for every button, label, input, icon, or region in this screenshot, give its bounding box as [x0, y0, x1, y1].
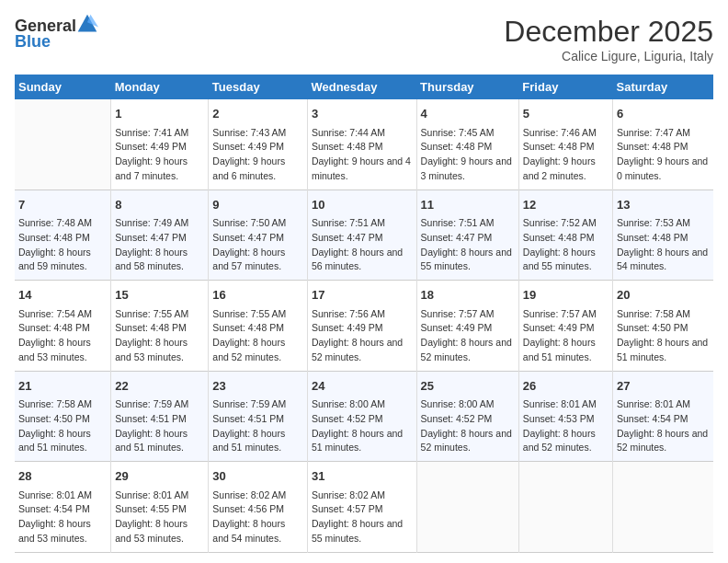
calendar-cell — [518, 462, 612, 553]
month-title: December 2025 — [504, 15, 713, 49]
cell-info: Sunrise: 8:01 AMSunset: 4:54 PMDaylight:… — [18, 488, 107, 546]
calendar-cell: 20 Sunrise: 7:58 AMSunset: 4:50 PMDaylig… — [612, 281, 713, 372]
cell-info: Sunrise: 7:41 AMSunset: 4:49 PMDaylight:… — [115, 126, 204, 184]
week-row-2: 7 Sunrise: 7:48 AMSunset: 4:48 PMDayligh… — [15, 190, 713, 281]
calendar-cell — [15, 99, 111, 190]
calendar-cell: 28 Sunrise: 8:01 AMSunset: 4:54 PMDaylig… — [15, 462, 111, 553]
cell-info: Sunrise: 7:51 AMSunset: 4:47 PMDaylight:… — [312, 216, 413, 274]
day-number: 28 — [18, 467, 107, 486]
day-number: 18 — [421, 286, 515, 304]
calendar-cell: 25 Sunrise: 8:00 AMSunset: 4:52 PMDaylig… — [416, 371, 518, 462]
day-number: 24 — [312, 377, 413, 396]
subtitle: Calice Ligure, Liguria, Italy — [504, 49, 713, 63]
cell-info: Sunrise: 7:47 AMSunset: 4:48 PMDaylight:… — [617, 126, 710, 184]
day-number: 27 — [617, 377, 710, 396]
week-row-3: 14 Sunrise: 7:54 AMSunset: 4:48 PMDaylig… — [15, 281, 713, 372]
calendar-table: SundayMondayTuesdayWednesdayThursdayFrid… — [15, 75, 713, 553]
day-number: 12 — [523, 196, 609, 214]
day-number: 7 — [18, 196, 107, 214]
cell-info: Sunrise: 7:50 AMSunset: 4:47 PMDaylight:… — [212, 216, 303, 274]
calendar-cell: 12 Sunrise: 7:52 AMSunset: 4:48 PMDaylig… — [518, 190, 612, 281]
calendar-cell: 5 Sunrise: 7:46 AMSunset: 4:48 PMDayligh… — [518, 99, 612, 190]
cell-info: Sunrise: 7:59 AMSunset: 4:51 PMDaylight:… — [115, 397, 204, 455]
col-header-thursday: Thursday — [416, 75, 518, 99]
week-row-1: 1 Sunrise: 7:41 AMSunset: 4:49 PMDayligh… — [15, 99, 713, 190]
cell-info: Sunrise: 7:53 AMSunset: 4:48 PMDaylight:… — [617, 216, 710, 274]
cell-info: Sunrise: 7:46 AMSunset: 4:48 PMDaylight:… — [523, 126, 609, 184]
calendar-cell — [612, 462, 713, 553]
calendar-cell: 15 Sunrise: 7:55 AMSunset: 4:48 PMDaylig… — [111, 281, 209, 372]
cell-info: Sunrise: 8:01 AMSunset: 4:53 PMDaylight:… — [523, 397, 609, 455]
logo: General Blue — [15, 15, 98, 50]
day-number: 13 — [617, 196, 710, 214]
cell-info: Sunrise: 7:58 AMSunset: 4:50 PMDaylight:… — [617, 307, 710, 365]
cell-info: Sunrise: 8:00 AMSunset: 4:52 PMDaylight:… — [312, 397, 413, 455]
day-number: 11 — [421, 196, 515, 214]
cell-info: Sunrise: 7:59 AMSunset: 4:51 PMDaylight:… — [212, 397, 303, 455]
day-number: 6 — [617, 105, 710, 123]
cell-info: Sunrise: 7:49 AMSunset: 4:47 PMDaylight:… — [115, 216, 204, 274]
day-number: 8 — [115, 196, 204, 214]
cell-info: Sunrise: 7:55 AMSunset: 4:48 PMDaylight:… — [115, 307, 204, 365]
calendar-cell: 16 Sunrise: 7:55 AMSunset: 4:48 PMDaylig… — [209, 281, 308, 372]
day-number: 30 — [212, 467, 303, 486]
day-number: 26 — [523, 377, 609, 396]
calendar-cell: 1 Sunrise: 7:41 AMSunset: 4:49 PMDayligh… — [111, 99, 209, 190]
calendar-cell: 8 Sunrise: 7:49 AMSunset: 4:47 PMDayligh… — [111, 190, 209, 281]
logo-icon — [76, 13, 98, 35]
day-number: 17 — [312, 286, 413, 304]
col-header-saturday: Saturday — [612, 75, 713, 99]
cell-info: Sunrise: 7:43 AMSunset: 4:49 PMDaylight:… — [212, 126, 303, 184]
day-number: 9 — [212, 196, 303, 214]
title-area: December 2025 Calice Ligure, Liguria, It… — [504, 15, 713, 63]
cell-info: Sunrise: 8:02 AMSunset: 4:57 PMDaylight:… — [312, 488, 413, 546]
day-number: 1 — [115, 105, 204, 123]
calendar-cell: 27 Sunrise: 8:01 AMSunset: 4:54 PMDaylig… — [612, 371, 713, 462]
calendar-cell: 3 Sunrise: 7:44 AMSunset: 4:48 PMDayligh… — [307, 99, 416, 190]
day-number: 4 — [421, 105, 515, 123]
col-header-wednesday: Wednesday — [307, 75, 416, 99]
calendar-cell — [416, 462, 518, 553]
calendar-cell: 30 Sunrise: 8:02 AMSunset: 4:56 PMDaylig… — [209, 462, 308, 553]
calendar-cell: 18 Sunrise: 7:57 AMSunset: 4:49 PMDaylig… — [416, 281, 518, 372]
cell-info: Sunrise: 8:01 AMSunset: 4:54 PMDaylight:… — [617, 397, 710, 455]
cell-info: Sunrise: 7:52 AMSunset: 4:48 PMDaylight:… — [523, 216, 609, 274]
day-number: 10 — [312, 196, 413, 214]
calendar-cell: 23 Sunrise: 7:59 AMSunset: 4:51 PMDaylig… — [209, 371, 308, 462]
col-header-monday: Monday — [111, 75, 209, 99]
cell-info: Sunrise: 7:51 AMSunset: 4:47 PMDaylight:… — [421, 216, 515, 274]
calendar-cell: 6 Sunrise: 7:47 AMSunset: 4:48 PMDayligh… — [612, 99, 713, 190]
calendar-cell: 21 Sunrise: 7:58 AMSunset: 4:50 PMDaylig… — [15, 371, 111, 462]
cell-info: Sunrise: 8:02 AMSunset: 4:56 PMDaylight:… — [212, 488, 303, 546]
calendar-cell: 24 Sunrise: 8:00 AMSunset: 4:52 PMDaylig… — [307, 371, 416, 462]
cell-info: Sunrise: 7:57 AMSunset: 4:49 PMDaylight:… — [523, 307, 609, 365]
calendar-cell: 7 Sunrise: 7:48 AMSunset: 4:48 PMDayligh… — [15, 190, 111, 281]
header: General Blue December 2025 Calice Ligure… — [15, 15, 713, 63]
cell-info: Sunrise: 7:54 AMSunset: 4:48 PMDaylight:… — [18, 307, 107, 365]
calendar-cell: 17 Sunrise: 7:56 AMSunset: 4:49 PMDaylig… — [307, 281, 416, 372]
calendar-cell: 9 Sunrise: 7:50 AMSunset: 4:47 PMDayligh… — [209, 190, 308, 281]
day-number: 14 — [18, 286, 107, 304]
calendar-cell: 26 Sunrise: 8:01 AMSunset: 4:53 PMDaylig… — [518, 371, 612, 462]
cell-info: Sunrise: 8:00 AMSunset: 4:52 PMDaylight:… — [421, 397, 515, 455]
day-number: 15 — [115, 286, 204, 304]
col-header-friday: Friday — [518, 75, 612, 99]
calendar-cell: 10 Sunrise: 7:51 AMSunset: 4:47 PMDaylig… — [307, 190, 416, 281]
day-number: 19 — [523, 286, 609, 304]
cell-info: Sunrise: 7:58 AMSunset: 4:50 PMDaylight:… — [18, 397, 107, 455]
calendar-cell: 13 Sunrise: 7:53 AMSunset: 4:48 PMDaylig… — [612, 190, 713, 281]
week-row-5: 28 Sunrise: 8:01 AMSunset: 4:54 PMDaylig… — [15, 462, 713, 553]
calendar-cell: 2 Sunrise: 7:43 AMSunset: 4:49 PMDayligh… — [209, 99, 308, 190]
calendar-cell: 31 Sunrise: 8:02 AMSunset: 4:57 PMDaylig… — [307, 462, 416, 553]
logo-blue-text: Blue — [15, 33, 51, 50]
cell-info: Sunrise: 7:48 AMSunset: 4:48 PMDaylight:… — [18, 216, 107, 274]
day-number: 3 — [312, 105, 413, 123]
cell-info: Sunrise: 7:45 AMSunset: 4:48 PMDaylight:… — [421, 126, 515, 184]
cell-info: Sunrise: 7:56 AMSunset: 4:49 PMDaylight:… — [312, 307, 413, 365]
cell-info: Sunrise: 8:01 AMSunset: 4:55 PMDaylight:… — [115, 488, 204, 546]
day-number: 25 — [421, 377, 515, 396]
calendar-cell: 14 Sunrise: 7:54 AMSunset: 4:48 PMDaylig… — [15, 281, 111, 372]
day-number: 31 — [312, 467, 413, 486]
day-number: 23 — [212, 377, 303, 396]
col-header-sunday: Sunday — [15, 75, 111, 99]
